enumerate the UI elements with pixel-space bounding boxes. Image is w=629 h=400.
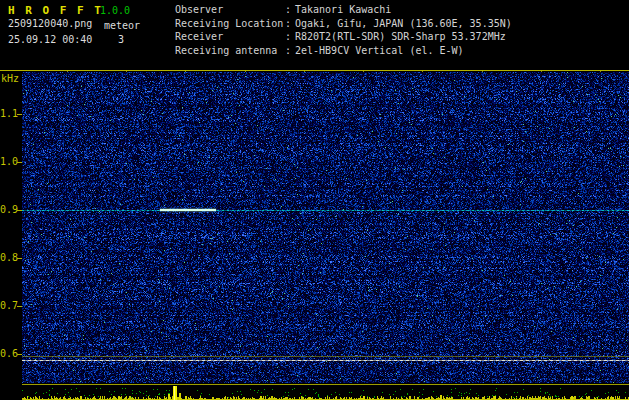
spectrogram-noise-canvas [22,72,629,383]
output-filename: 2509120040.png [8,18,92,29]
freq-tick-label: 0.6 [0,348,16,359]
info-colon: : [285,17,295,31]
app-title: H R O F F T [8,4,103,17]
level-strip-canvas [22,385,629,400]
info-colon: : [285,44,295,58]
info-value: 2el-HB9CV Vertical (el. E-W) [295,45,464,56]
info-colon: : [285,30,295,44]
info-label: Receiving Location [175,17,285,31]
freq-unit-label: kHz [1,73,19,84]
spectrogram-plot [22,72,629,383]
carrier-signal-line [22,210,629,211]
info-row-location: Receiving Location:Ogaki, Gifu, JAPAN (1… [175,17,512,31]
observation-info: Observer:Takanori Kawachi Receiving Loca… [175,3,512,57]
freq-tick-label: 1.0 [0,156,16,167]
carrier-bright-segment [160,209,216,211]
baseline-dim-line [22,356,629,357]
observation-datetime: 25.09.12 00:40 [8,34,92,45]
freq-tick-label: 0.7 [0,300,16,311]
info-value: Ogaki, Gifu, JAPAN (136.60E, 35.35N) [295,18,512,29]
freq-tick-label: 1.1 [0,108,16,119]
level-strip [22,384,629,400]
info-label: Receiving antenna [175,44,285,58]
info-row-observer: Observer:Takanori Kawachi [175,3,512,17]
mode-label: meteor [104,20,140,31]
info-value: R820T2(RTL-SDR) SDR-Sharp 53.372MHz [295,31,506,42]
info-row-antenna: Receiving antenna:2el-HB9CV Vertical (el… [175,44,512,58]
info-label: Observer [175,3,285,17]
echo-count: 3 [118,34,124,45]
info-row-receiver: Receiver:R820T2(RTL-SDR) SDR-Sharp 53.37… [175,30,512,44]
hrofft-screen: H R O F F T 1.0.0 2509120040.png meteor … [0,0,629,400]
info-value: Takanori Kawachi [295,4,391,15]
header-separator [0,70,629,71]
baseline-bright-line [22,360,629,361]
app-version: 1.0.0 [100,5,130,16]
info-colon: : [285,3,295,17]
freq-tick-label: 0.8 [0,252,16,263]
info-label: Receiver [175,30,285,44]
freq-tick-label: 0.9 [0,204,16,215]
